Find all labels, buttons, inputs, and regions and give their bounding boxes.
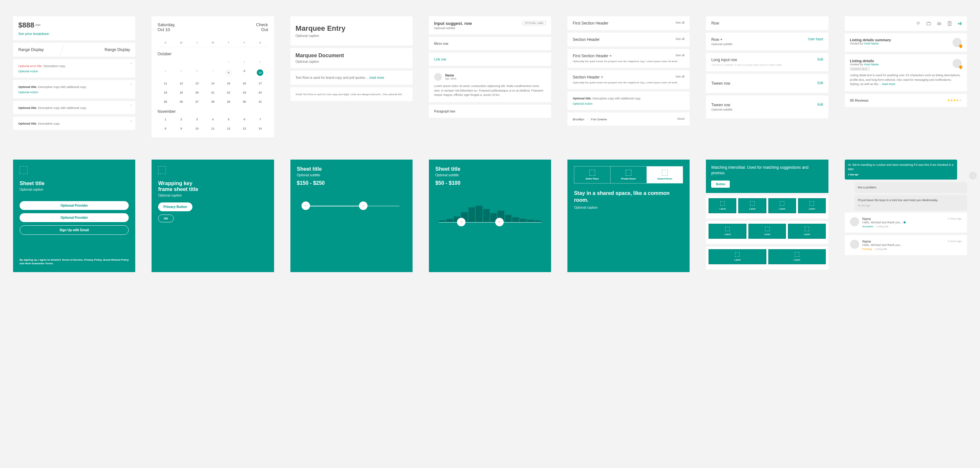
host-name-link[interactable]: Host Name xyxy=(864,63,879,66)
close-icon[interactable]: × xyxy=(130,83,132,86)
calendar-day[interactable]: 10 xyxy=(189,126,205,131)
calendar-day[interactable]: 6 xyxy=(189,68,205,77)
about-link[interactable]: About xyxy=(677,117,685,120)
calendar-day[interactable]: 13 xyxy=(189,80,205,86)
label-cell[interactable]: Label xyxy=(768,249,826,264)
calendar-day[interactable]: 6 xyxy=(237,117,252,122)
host-name-link[interactable]: Host Name xyxy=(864,42,879,45)
small-text-link[interactable]: One optional link xyxy=(382,93,402,96)
calendar-day[interactable]: 2 xyxy=(173,117,189,122)
link-row[interactable]: Link row xyxy=(429,53,551,66)
calendar-day[interactable]: 28 xyxy=(205,99,221,105)
edit-link[interactable]: Edit xyxy=(817,103,823,106)
interstitial-button[interactable]: Button xyxy=(711,180,730,188)
tween-row[interactable]: Tween row Edit xyxy=(706,74,828,93)
label-cell[interactable]: Label xyxy=(708,224,746,239)
calendar-day[interactable]: 9 xyxy=(173,126,189,131)
calendar-day[interactable]: 29 xyxy=(221,99,237,105)
calendar-day[interactable]: 4 xyxy=(158,68,173,77)
price-slider[interactable]: ‹› ‹› xyxy=(439,222,541,223)
label-cell[interactable]: Label xyxy=(748,224,786,239)
slider-knob-max[interactable]: ‹› xyxy=(359,201,368,210)
edit-link[interactable]: Edit xyxy=(817,58,823,61)
primary-button[interactable]: Primary Button xyxy=(158,203,192,211)
calendar-day[interactable]: 7 xyxy=(252,117,268,122)
calendar-day[interactable]: 8 xyxy=(158,126,173,131)
optional-action-link[interactable]: Optional Action xyxy=(573,102,684,105)
calendar-day[interactable]: 1 xyxy=(158,117,173,122)
calendar-day[interactable]: 5 xyxy=(173,68,189,77)
label-cell[interactable]: Label xyxy=(768,198,796,213)
host-avatar[interactable] xyxy=(953,38,962,47)
calendar-day[interactable]: 9 xyxy=(237,68,252,77)
slider-knob-max[interactable]: ‹› xyxy=(495,218,504,226)
see-all-link[interactable]: See all xyxy=(676,37,685,40)
row[interactable]: Row xyxy=(706,16,828,30)
room-type-shared[interactable]: Shared Room xyxy=(647,166,683,183)
calendar-day[interactable]: 3 xyxy=(189,117,205,122)
calendar-day[interactable]: 23 xyxy=(237,89,252,96)
calendar-day[interactable]: 14 xyxy=(252,126,268,131)
calendar-day[interactable]: 4 xyxy=(205,117,221,122)
close-icon[interactable]: × xyxy=(130,119,132,123)
range-display-card[interactable]: Range Display Range Display xyxy=(13,43,135,57)
calendar-day[interactable]: 5 xyxy=(221,117,237,122)
edit-link[interactable]: Edit xyxy=(817,81,823,85)
host-avatar[interactable] xyxy=(953,59,962,68)
calendar-day[interactable]: 17 xyxy=(252,80,268,86)
thread-row[interactable]: 5 hours ago Name Hello, Michael and than… xyxy=(845,212,967,233)
calendar-day[interactable]: 3 xyxy=(252,59,268,65)
slider-knob-min[interactable]: ‹› xyxy=(457,218,466,226)
calendar-day[interactable]: 14 xyxy=(205,80,221,86)
price-breakdown-link[interactable]: See price breakdown xyxy=(18,32,49,36)
slider-knob-min[interactable]: ‹› xyxy=(302,201,310,210)
reviews-row[interactable]: 99 Reviews ★★★★★ xyxy=(845,94,967,107)
label-cell[interactable]: Label xyxy=(708,198,736,213)
calendar-day[interactable]: 11 xyxy=(158,80,173,86)
calendar-day[interactable]: 24 xyxy=(252,89,268,96)
calendar-day[interactable]: 10 xyxy=(252,68,268,77)
ok-button[interactable]: OK xyxy=(158,214,174,222)
calendar-day[interactable]: 25 xyxy=(158,99,173,105)
label-cell[interactable]: Label xyxy=(738,198,766,213)
section-header-plus-row[interactable]: First Section Header + See all Optionall… xyxy=(568,49,690,68)
more-badge[interactable]: +8 xyxy=(958,22,962,26)
optional-action-link[interactable]: Optional Action xyxy=(18,91,130,94)
read-more-link[interactable]: read more xyxy=(882,82,896,86)
room-type-entire[interactable]: Entire Place xyxy=(574,166,611,183)
see-all-link[interactable]: See all xyxy=(676,54,685,57)
calendar-day[interactable]: 30 xyxy=(237,99,252,105)
calendar-day[interactable]: 18 xyxy=(158,89,173,96)
calendar-day[interactable]: 15 xyxy=(221,80,237,86)
see-all-link[interactable]: See all xyxy=(676,21,685,24)
provider-button-2[interactable]: Optional Provider xyxy=(20,213,129,222)
row-plus[interactable]: Row + Optional subtitle User Input xyxy=(706,33,828,50)
calendar-day[interactable]: 22 xyxy=(221,89,237,96)
listing-summary-card[interactable]: Listing details summary Hosted by Host N… xyxy=(845,34,967,52)
label-cell[interactable]: Label xyxy=(788,224,826,239)
tween-row[interactable]: Tween row Optional subtitle Edit xyxy=(706,96,828,118)
label-cell[interactable]: Label xyxy=(798,198,826,213)
input-suggest-row[interactable]: Input suggest. row Optional subtitle OPT… xyxy=(429,16,551,34)
price-slider[interactable]: ‹› ‹› xyxy=(304,206,399,206)
calendar-day[interactable]: 8 xyxy=(221,68,237,77)
micro-row[interactable]: Micro row xyxy=(429,37,551,50)
calendar-day[interactable]: 12 xyxy=(221,126,237,131)
calendar-day[interactable]: 11 xyxy=(205,126,221,131)
calendar-day[interactable]: 12 xyxy=(173,80,189,86)
calendar-day[interactable]: 26 xyxy=(173,99,189,105)
calendar-day[interactable]: 13 xyxy=(237,126,252,131)
read-more-link[interactable]: read more xyxy=(369,76,385,80)
room-type-private[interactable]: Private Room xyxy=(611,166,647,183)
optional-action-link[interactable]: Optional Action xyxy=(18,70,130,73)
calendar-day[interactable]: 31 xyxy=(252,99,268,105)
email-signup-button[interactable]: Sign Up with Email xyxy=(20,225,129,235)
calendar-day[interactable]: 16 xyxy=(237,80,252,86)
calendar-day[interactable]: 2 xyxy=(237,59,252,65)
calendar-day[interactable]: 7 xyxy=(205,68,221,77)
thread-row[interactable]: 5 hours ago Name Hello, Michael and than… xyxy=(845,235,967,255)
section-header-plus-row[interactable]: Section Header + See all Optionally the … xyxy=(568,70,690,89)
breadcrumb-item[interactable]: Fort Greene xyxy=(591,118,607,121)
section-header-row[interactable]: Section Header See all xyxy=(568,33,690,46)
long-input-row[interactable]: Long input row Edit This text is editabl… xyxy=(706,53,828,71)
